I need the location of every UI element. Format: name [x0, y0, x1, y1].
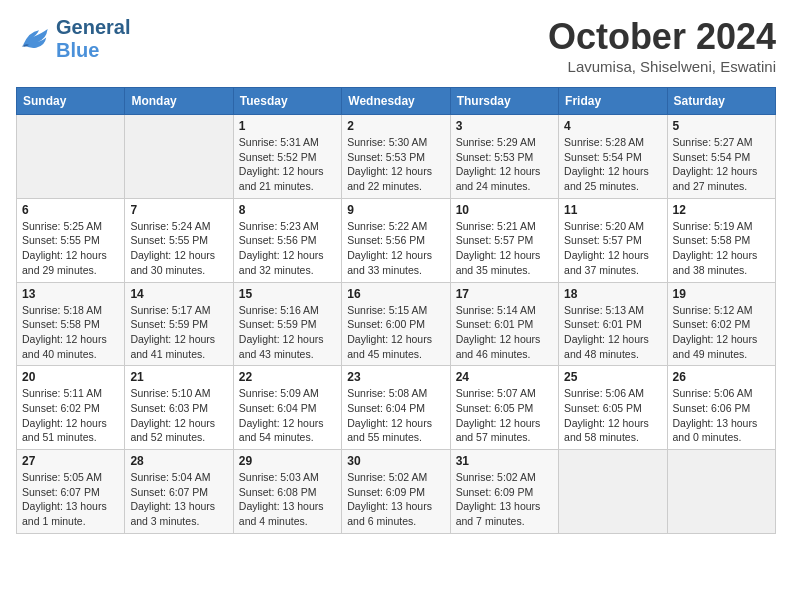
calendar-week-row: 20Sunrise: 5:11 AMSunset: 6:02 PMDayligh…: [17, 366, 776, 450]
day-info: Sunrise: 5:07 AMSunset: 6:05 PMDaylight:…: [456, 386, 553, 445]
day-info: Sunrise: 5:12 AMSunset: 6:02 PMDaylight:…: [673, 303, 770, 362]
day-number: 13: [22, 287, 119, 301]
day-number: 24: [456, 370, 553, 384]
calendar-cell: 22Sunrise: 5:09 AMSunset: 6:04 PMDayligh…: [233, 366, 341, 450]
calendar-cell: 13Sunrise: 5:18 AMSunset: 5:58 PMDayligh…: [17, 282, 125, 366]
calendar-cell: [17, 115, 125, 199]
calendar-cell: 20Sunrise: 5:11 AMSunset: 6:02 PMDayligh…: [17, 366, 125, 450]
day-info: Sunrise: 5:21 AMSunset: 5:57 PMDaylight:…: [456, 219, 553, 278]
day-info: Sunrise: 5:13 AMSunset: 6:01 PMDaylight:…: [564, 303, 661, 362]
page-header: General Blue October 2024 Lavumisa, Shis…: [16, 16, 776, 75]
calendar-table: SundayMondayTuesdayWednesdayThursdayFrid…: [16, 87, 776, 534]
day-info: Sunrise: 5:10 AMSunset: 6:03 PMDaylight:…: [130, 386, 227, 445]
day-number: 22: [239, 370, 336, 384]
day-number: 23: [347, 370, 444, 384]
day-info: Sunrise: 5:02 AMSunset: 6:09 PMDaylight:…: [456, 470, 553, 529]
day-info: Sunrise: 5:16 AMSunset: 5:59 PMDaylight:…: [239, 303, 336, 362]
day-info: Sunrise: 5:15 AMSunset: 6:00 PMDaylight:…: [347, 303, 444, 362]
calendar-cell: 5Sunrise: 5:27 AMSunset: 5:54 PMDaylight…: [667, 115, 775, 199]
day-number: 5: [673, 119, 770, 133]
day-info: Sunrise: 5:25 AMSunset: 5:55 PMDaylight:…: [22, 219, 119, 278]
day-number: 16: [347, 287, 444, 301]
day-number: 12: [673, 203, 770, 217]
weekday-header-wednesday: Wednesday: [342, 88, 450, 115]
day-number: 25: [564, 370, 661, 384]
calendar-cell: 10Sunrise: 5:21 AMSunset: 5:57 PMDayligh…: [450, 198, 558, 282]
weekday-header-saturday: Saturday: [667, 88, 775, 115]
day-number: 4: [564, 119, 661, 133]
day-number: 29: [239, 454, 336, 468]
day-number: 8: [239, 203, 336, 217]
logo: General Blue: [16, 16, 130, 62]
logo-blue: Blue: [56, 39, 99, 61]
month-title: October 2024: [548, 16, 776, 58]
day-number: 14: [130, 287, 227, 301]
calendar-cell: 6Sunrise: 5:25 AMSunset: 5:55 PMDaylight…: [17, 198, 125, 282]
day-info: Sunrise: 5:23 AMSunset: 5:56 PMDaylight:…: [239, 219, 336, 278]
weekday-header-sunday: Sunday: [17, 88, 125, 115]
calendar-cell: 28Sunrise: 5:04 AMSunset: 6:07 PMDayligh…: [125, 450, 233, 534]
calendar-cell: 23Sunrise: 5:08 AMSunset: 6:04 PMDayligh…: [342, 366, 450, 450]
calendar-week-row: 27Sunrise: 5:05 AMSunset: 6:07 PMDayligh…: [17, 450, 776, 534]
day-info: Sunrise: 5:31 AMSunset: 5:52 PMDaylight:…: [239, 135, 336, 194]
calendar-cell: 27Sunrise: 5:05 AMSunset: 6:07 PMDayligh…: [17, 450, 125, 534]
calendar-week-row: 6Sunrise: 5:25 AMSunset: 5:55 PMDaylight…: [17, 198, 776, 282]
calendar-cell: 16Sunrise: 5:15 AMSunset: 6:00 PMDayligh…: [342, 282, 450, 366]
day-info: Sunrise: 5:17 AMSunset: 5:59 PMDaylight:…: [130, 303, 227, 362]
calendar-cell: 7Sunrise: 5:24 AMSunset: 5:55 PMDaylight…: [125, 198, 233, 282]
title-section: October 2024 Lavumisa, Shiselweni, Eswat…: [548, 16, 776, 75]
day-info: Sunrise: 5:18 AMSunset: 5:58 PMDaylight:…: [22, 303, 119, 362]
day-number: 15: [239, 287, 336, 301]
day-number: 11: [564, 203, 661, 217]
day-info: Sunrise: 5:30 AMSunset: 5:53 PMDaylight:…: [347, 135, 444, 194]
day-info: Sunrise: 5:14 AMSunset: 6:01 PMDaylight:…: [456, 303, 553, 362]
day-info: Sunrise: 5:27 AMSunset: 5:54 PMDaylight:…: [673, 135, 770, 194]
day-info: Sunrise: 5:04 AMSunset: 6:07 PMDaylight:…: [130, 470, 227, 529]
calendar-cell: 17Sunrise: 5:14 AMSunset: 6:01 PMDayligh…: [450, 282, 558, 366]
calendar-cell: 1Sunrise: 5:31 AMSunset: 5:52 PMDaylight…: [233, 115, 341, 199]
day-info: Sunrise: 5:19 AMSunset: 5:58 PMDaylight:…: [673, 219, 770, 278]
calendar-cell: 25Sunrise: 5:06 AMSunset: 6:05 PMDayligh…: [559, 366, 667, 450]
day-info: Sunrise: 5:08 AMSunset: 6:04 PMDaylight:…: [347, 386, 444, 445]
calendar-cell: 26Sunrise: 5:06 AMSunset: 6:06 PMDayligh…: [667, 366, 775, 450]
calendar-cell: 18Sunrise: 5:13 AMSunset: 6:01 PMDayligh…: [559, 282, 667, 366]
day-number: 26: [673, 370, 770, 384]
logo-icon: [16, 24, 52, 54]
day-info: Sunrise: 5:06 AMSunset: 6:06 PMDaylight:…: [673, 386, 770, 445]
day-number: 31: [456, 454, 553, 468]
calendar-cell: [125, 115, 233, 199]
day-number: 27: [22, 454, 119, 468]
weekday-header-tuesday: Tuesday: [233, 88, 341, 115]
calendar-cell: 15Sunrise: 5:16 AMSunset: 5:59 PMDayligh…: [233, 282, 341, 366]
calendar-cell: 8Sunrise: 5:23 AMSunset: 5:56 PMDaylight…: [233, 198, 341, 282]
calendar-cell: 31Sunrise: 5:02 AMSunset: 6:09 PMDayligh…: [450, 450, 558, 534]
calendar-cell: 11Sunrise: 5:20 AMSunset: 5:57 PMDayligh…: [559, 198, 667, 282]
day-number: 1: [239, 119, 336, 133]
day-info: Sunrise: 5:09 AMSunset: 6:04 PMDaylight:…: [239, 386, 336, 445]
day-info: Sunrise: 5:11 AMSunset: 6:02 PMDaylight:…: [22, 386, 119, 445]
calendar-cell: 3Sunrise: 5:29 AMSunset: 5:53 PMDaylight…: [450, 115, 558, 199]
location-subtitle: Lavumisa, Shiselweni, Eswatini: [548, 58, 776, 75]
calendar-cell: 2Sunrise: 5:30 AMSunset: 5:53 PMDaylight…: [342, 115, 450, 199]
day-number: 10: [456, 203, 553, 217]
day-number: 17: [456, 287, 553, 301]
day-number: 3: [456, 119, 553, 133]
day-number: 21: [130, 370, 227, 384]
weekday-header-thursday: Thursday: [450, 88, 558, 115]
day-info: Sunrise: 5:24 AMSunset: 5:55 PMDaylight:…: [130, 219, 227, 278]
day-number: 30: [347, 454, 444, 468]
calendar-cell: 12Sunrise: 5:19 AMSunset: 5:58 PMDayligh…: [667, 198, 775, 282]
calendar-week-row: 13Sunrise: 5:18 AMSunset: 5:58 PMDayligh…: [17, 282, 776, 366]
day-info: Sunrise: 5:02 AMSunset: 6:09 PMDaylight:…: [347, 470, 444, 529]
day-info: Sunrise: 5:22 AMSunset: 5:56 PMDaylight:…: [347, 219, 444, 278]
calendar-cell: 14Sunrise: 5:17 AMSunset: 5:59 PMDayligh…: [125, 282, 233, 366]
day-number: 28: [130, 454, 227, 468]
day-number: 19: [673, 287, 770, 301]
calendar-cell: 9Sunrise: 5:22 AMSunset: 5:56 PMDaylight…: [342, 198, 450, 282]
day-info: Sunrise: 5:05 AMSunset: 6:07 PMDaylight:…: [22, 470, 119, 529]
calendar-cell: 4Sunrise: 5:28 AMSunset: 5:54 PMDaylight…: [559, 115, 667, 199]
day-info: Sunrise: 5:28 AMSunset: 5:54 PMDaylight:…: [564, 135, 661, 194]
day-info: Sunrise: 5:29 AMSunset: 5:53 PMDaylight:…: [456, 135, 553, 194]
weekday-header-monday: Monday: [125, 88, 233, 115]
day-number: 20: [22, 370, 119, 384]
